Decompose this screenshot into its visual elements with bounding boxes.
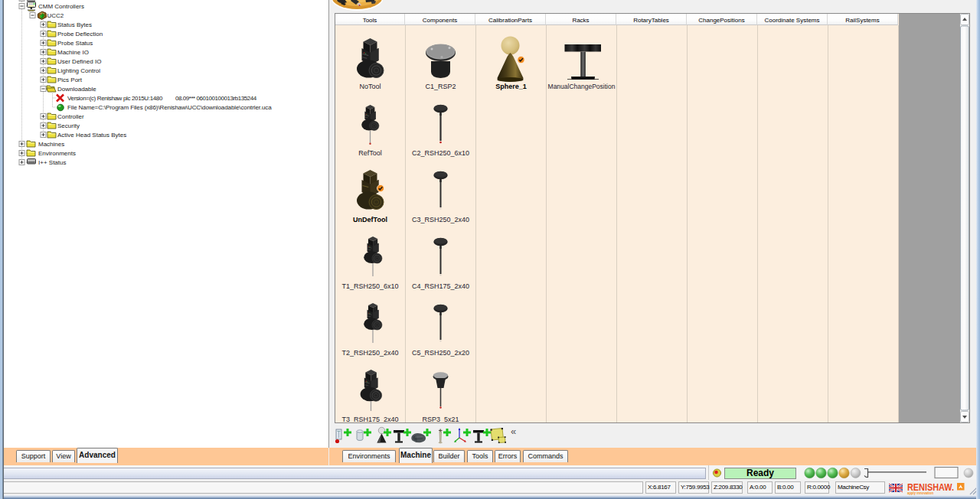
svg-text:C2_RSH250_6x10: C2_RSH250_6x10 xyxy=(412,149,469,157)
svg-text:Controller: Controller xyxy=(57,113,84,120)
svg-text:08.09*** 060100100013rb135244: 08.09*** 060100100013rb135244 xyxy=(175,95,257,102)
svg-text:C4_RSH175_2x40: C4_RSH175_2x40 xyxy=(412,282,469,290)
svg-text:Machines: Machines xyxy=(38,141,64,148)
svg-text:T2_RSH250_2x40: T2_RSH250_2x40 xyxy=(341,349,398,357)
svg-text:Probe Deflection: Probe Deflection xyxy=(57,31,103,38)
svg-text:ManualChangePosition: ManualChangePosition xyxy=(548,83,616,90)
svg-text:UnDefTool: UnDefTool xyxy=(353,216,387,223)
svg-text:File Name=C:\Program Files (x8: File Name=C:\Program Files (x86)\Renisha… xyxy=(67,104,272,111)
svg-text:Security: Security xyxy=(57,122,80,129)
svg-text:Active Head Status Bytes: Active Head Status Bytes xyxy=(57,132,126,139)
svg-text:Machine IO: Machine IO xyxy=(57,49,89,56)
svg-text:Pics Port: Pics Port xyxy=(57,77,83,83)
svg-text:«: « xyxy=(511,426,516,437)
svg-text:Probe Status: Probe Status xyxy=(57,40,93,47)
svg-text:Sphere_1: Sphere_1 xyxy=(495,83,527,90)
svg-text:Downloadable: Downloadable xyxy=(57,86,96,93)
svg-text:I++ Status: I++ Status xyxy=(38,159,66,166)
svg-text:T1_RSH250_6x10: T1_RSH250_6x10 xyxy=(341,282,398,290)
svg-text:Status Bytes: Status Bytes xyxy=(57,21,92,28)
svg-text:RSP3_5x21: RSP3_5x21 xyxy=(422,416,459,422)
svg-text:RefTool: RefTool xyxy=(358,149,382,157)
svg-text:Lighting Control: Lighting Control xyxy=(57,67,100,74)
svg-text:UCC2: UCC2 xyxy=(47,12,64,19)
svg-text:Ready: Ready xyxy=(746,468,774,478)
svg-text:T3_RSH175_2x40: T3_RSH175_2x40 xyxy=(341,416,398,422)
svg-text:CMM Controllers: CMM Controllers xyxy=(38,3,84,10)
svg-text:Version=(c) Renishaw plc 2015U: Version=(c) Renishaw plc 2015U:1480 xyxy=(67,95,163,102)
svg-text:Environments: Environments xyxy=(38,150,76,157)
svg-text:C3_RSH250_2x40: C3_RSH250_2x40 xyxy=(412,216,469,223)
svg-text:C1_RSP2: C1_RSP2 xyxy=(425,83,456,90)
svg-text:C5_RSH250_2x20: C5_RSH250_2x20 xyxy=(412,349,469,357)
svg-text:User Defined IO: User Defined IO xyxy=(57,58,101,65)
svg-text:NoTool: NoTool xyxy=(359,83,381,90)
